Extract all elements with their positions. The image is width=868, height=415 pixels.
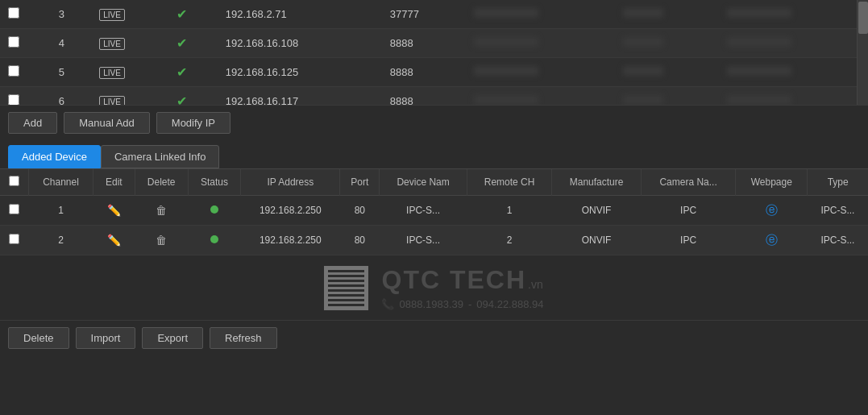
header-checkbox — [0, 169, 28, 196]
row-blurred2 — [615, 87, 719, 106]
edit-button[interactable]: ✏️ — [104, 232, 124, 248]
row-port: 8888 — [382, 87, 466, 106]
header-camera-na...: Camera Na... — [641, 169, 735, 196]
export-button[interactable]: Export — [142, 327, 203, 349]
tab-row: Added Device Camera Linked Info — [0, 140, 868, 169]
remote-ch: 2 — [467, 226, 552, 255]
row-checkbox[interactable] — [8, 94, 19, 105]
main-table-area: ChannelEditDeleteStatusIP AddressPortDev… — [0, 169, 868, 320]
delete-cell: 🗑 — [135, 226, 188, 255]
add-button[interactable]: Add — [8, 112, 57, 134]
row-checkbox[interactable] — [8, 36, 19, 48]
top-table-row: 4 LIVE ✔ 192.168.16.108 8888 — [0, 29, 868, 58]
edit-button[interactable]: ✏️ — [104, 202, 124, 218]
row-port: 8888 — [382, 29, 466, 58]
top-device-list: 3 LIVE ✔ 192.168.2.71 37777 4 LIVE ✔ 192… — [0, 0, 868, 105]
row-blurred1 — [466, 87, 615, 106]
import-button[interactable]: Import — [76, 327, 136, 349]
row-ip: 192.168.2.71 — [218, 0, 382, 29]
top-table-row: 6 LIVE ✔ 192.168.16.117 8888 — [0, 87, 868, 106]
webpage-cell: ⓔ — [736, 196, 808, 226]
device-name: IPC-S... — [380, 196, 467, 226]
scrollbar[interactable] — [857, 0, 868, 105]
device-name: IPC-S... — [380, 226, 467, 255]
row-live-badge: LIVE — [91, 58, 168, 87]
discovery-table: 3 LIVE ✔ 192.168.2.71 37777 4 LIVE ✔ 192… — [0, 0, 868, 105]
tab-camera-linked-info[interactable]: Camera Linked Info — [101, 145, 219, 168]
qr-inner — [328, 270, 364, 306]
header-port: Port — [340, 169, 380, 196]
camera-name: IPC — [641, 196, 735, 226]
top-table-row: 5 LIVE ✔ 192.168.16.125 8888 — [0, 58, 868, 87]
edit-cell: ✏️ — [93, 226, 135, 255]
row-checkbox-cell — [0, 87, 51, 106]
delete-row-button[interactable]: 🗑 — [152, 202, 170, 218]
row-blurred1 — [466, 29, 615, 58]
row-number: 3 — [51, 0, 91, 29]
remote-ch: 1 — [467, 196, 552, 226]
row-ip: 192.168.16.108 — [218, 29, 382, 58]
status-cell — [188, 196, 240, 226]
row-checkbox[interactable] — [8, 65, 19, 77]
tab-added-device[interactable]: Added Device — [8, 145, 101, 168]
header-delete: Delete — [135, 169, 188, 196]
row-checkbox-cell — [0, 196, 28, 226]
header-channel: Channel — [28, 169, 93, 196]
ip-address: 192.168.2.250 — [241, 196, 340, 226]
scrollbar-thumb[interactable] — [858, 2, 868, 34]
row-blurred1 — [466, 58, 615, 87]
row-checkbox-cell — [0, 0, 51, 29]
row-blurred2 — [615, 29, 719, 58]
webpage-cell: ⓔ — [736, 226, 808, 255]
contact-row: 📞 0888.1983.39 - 094.22.888.94 — [381, 298, 543, 310]
row-status: ✔ — [168, 58, 218, 87]
manufacturer: ONVIF — [552, 196, 642, 226]
modify-ip-button[interactable]: Modify IP — [156, 112, 230, 134]
phone2: 094.22.888.94 — [476, 298, 543, 310]
watermark: QTC TECH .vn 📞 0888.1983.39 - 094.22.888… — [0, 255, 868, 320]
main-table-row: 2 ✏️ 🗑 192.168.2.250 80 IPC-S... 2 ONVIF… — [0, 226, 868, 255]
top-table-row: 3 LIVE ✔ 192.168.2.71 37777 — [0, 0, 868, 29]
bottom-button-row: Delete Import Export Refresh — [0, 320, 868, 355]
phone1: 0888.1983.39 — [399, 298, 463, 310]
ie-icon: ⓔ — [766, 233, 778, 247]
ie-icon: ⓔ — [766, 203, 778, 217]
header-status: Status — [188, 169, 240, 196]
manufacturer: ONVIF — [552, 226, 642, 255]
main-table-row: 1 ✏️ 🗑 192.168.2.250 80 IPC-S... 1 ONVIF… — [0, 196, 868, 226]
row-number: 5 — [51, 58, 91, 87]
delete-button[interactable]: Delete — [8, 327, 69, 349]
row-blurred1 — [466, 0, 615, 29]
row-blurred3 — [719, 0, 868, 29]
phone-icon: 📞 — [381, 298, 394, 310]
delete-row-button[interactable]: 🗑 — [152, 232, 170, 248]
row-blurred3 — [719, 87, 868, 106]
delete-cell: 🗑 — [135, 196, 188, 226]
added-device-table: ChannelEditDeleteStatusIP AddressPortDev… — [0, 169, 868, 255]
row-port: 8888 — [382, 58, 466, 87]
row-checkbox-cell — [0, 226, 28, 255]
row-ip: 192.168.16.117 — [218, 87, 382, 106]
status-dot — [210, 205, 218, 214]
row-checkbox-cell — [0, 29, 51, 58]
row-checkbox[interactable] — [8, 7, 19, 19]
manual-add-button[interactable]: Manual Add — [64, 112, 150, 134]
row-status: ✔ — [168, 0, 218, 29]
header-manufacture: Manufacture — [552, 169, 642, 196]
refresh-button[interactable]: Refresh — [210, 327, 277, 349]
row-ip: 192.168.16.125 — [218, 58, 382, 87]
row-live-badge: LIVE — [91, 29, 168, 58]
header-remote-ch: Remote CH — [467, 169, 552, 196]
row-live-badge: LIVE — [91, 87, 168, 106]
brand-suffix: .vn — [528, 278, 543, 291]
select-all-checkbox[interactable] — [9, 176, 19, 186]
row-live-badge: LIVE — [91, 0, 168, 29]
row-blurred2 — [615, 58, 719, 87]
port: 80 — [340, 226, 380, 255]
port: 80 — [340, 196, 380, 226]
status-cell — [188, 226, 240, 255]
row-checkbox[interactable] — [9, 234, 19, 244]
row-checkbox[interactable] — [9, 204, 19, 214]
edit-cell: ✏️ — [93, 196, 135, 226]
row-blurred3 — [719, 29, 868, 58]
